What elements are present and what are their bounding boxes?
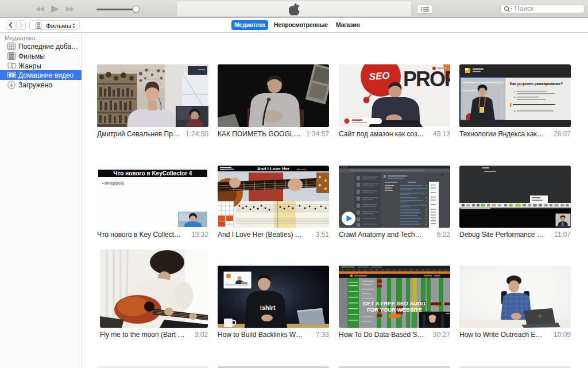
- svg-text:FOR YOUR WEBSITE: FOR YOUR WEBSITE: [367, 306, 422, 313]
- svg-text:• Интерфейс: • Интерфейс: [102, 181, 125, 186]
- svg-text:tshirt: tshirt: [260, 304, 276, 311]
- svg-text:And I Love Her: And I Love Her: [257, 166, 289, 171]
- svg-text:(Beatles): (Beatles): [297, 168, 307, 171]
- svg-text:PROF: PROF: [403, 67, 450, 91]
- svg-text:Как устроено ранжирование?: Как устроено ранжирование?: [510, 82, 563, 86]
- svg-text:Что нового в KeyCollector 4: Что нового в KeyCollector 4: [114, 170, 192, 177]
- svg-text:GET A FREE SEO AUDIT: GET A FREE SEO AUDIT: [363, 300, 427, 306]
- svg-text:SEO: SEO: [369, 70, 390, 82]
